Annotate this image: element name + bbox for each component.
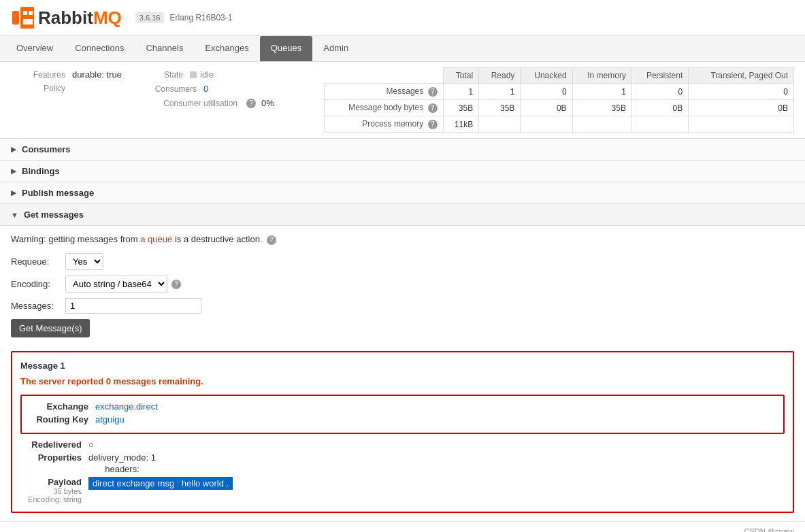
- properties-content: delivery_mode: 1 headers:: [88, 452, 156, 474]
- get-messages-section-title: Get messages: [24, 210, 84, 220]
- utilisation-row: Consumer utilisation ? 0%: [142, 96, 274, 110]
- requeue-row: Requeue: Yes No: [11, 253, 794, 270]
- col-transient: Transient, Paged Out: [689, 68, 794, 84]
- message-title: Message 1: [20, 361, 785, 371]
- messages-help-icon[interactable]: ?: [428, 87, 438, 97]
- logo-mq: MQ: [93, 7, 122, 28]
- warning-prefix: Warning: getting messages from: [11, 234, 140, 244]
- features-row: Features durable: true: [11, 67, 122, 82]
- get-messages-section-header[interactable]: ▼ Get messages: [0, 204, 805, 226]
- warning-text: Warning: getting messages from a queue i…: [11, 234, 794, 245]
- encoding-help-icon[interactable]: ?: [171, 280, 181, 289]
- payload-label-block: Payload 35 bytes Encoding: string: [20, 477, 82, 503]
- pmem-help-icon[interactable]: ?: [428, 120, 438, 129]
- rabbitmq-logo-icon: [11, 5, 35, 30]
- nav-overview[interactable]: Overview: [5, 36, 64, 61]
- msg-total: 1: [443, 84, 479, 100]
- payload-value: direct exchange msg : hello world .: [88, 477, 233, 490]
- publish-section-header[interactable]: ▶ Publish message: [0, 182, 805, 204]
- nav-channels[interactable]: Channels: [135, 36, 194, 61]
- bindings-section-header[interactable]: ▶ Bindings: [0, 161, 805, 182]
- remaining-text: The server reported 0 messages remaining…: [20, 376, 785, 386]
- features-policy: Features durable: true Policy: [11, 67, 122, 95]
- encoding-label: Encoding:: [11, 279, 65, 289]
- warning-help-icon[interactable]: ?: [267, 235, 276, 245]
- svg-rect-4: [23, 19, 33, 24]
- messages-row: Messages ? 1 1 0 1 0 0: [325, 84, 794, 100]
- svg-rect-0: [12, 11, 19, 24]
- svg-rect-2: [23, 11, 27, 15]
- body-persistent: 0B: [631, 100, 688, 116]
- consumers-arrow-icon: ▶: [11, 145, 16, 154]
- routing-key-row: Routing Key atguigu: [27, 414, 778, 425]
- utilisation-value: 0%: [261, 98, 274, 108]
- consumers-section-title: Consumers: [22, 144, 71, 154]
- message-body-row: Message body bytes ? 35B 35B 0B 35B 0B 0…: [325, 100, 794, 116]
- get-messages-button[interactable]: Get Message(s): [11, 319, 90, 337]
- encoding-select[interactable]: Auto string / base64: [65, 276, 167, 293]
- payload-size: 35 bytes: [20, 487, 82, 495]
- utilisation-label: Consumer utilisation: [142, 99, 237, 108]
- version-number: 3.6.16: [135, 12, 165, 23]
- policy-label: Policy: [11, 84, 65, 93]
- consumers-value[interactable]: 0: [203, 84, 208, 94]
- consumers-section-header[interactable]: ▶ Consumers: [0, 139, 805, 161]
- erlang-version: Erlang R16B03-1: [169, 13, 232, 22]
- col-persistent: Persistent: [631, 68, 688, 84]
- logo: RabbitMQ: [11, 5, 122, 30]
- process-memory-row: Process memory ? 11kB: [325, 116, 794, 133]
- bindings-arrow-icon: ▶: [11, 167, 16, 176]
- msg-transient: 0: [689, 84, 794, 100]
- watermark: CSDN @crysw: [744, 527, 795, 532]
- msg-in-memory: 1: [572, 84, 631, 100]
- col-in-memory: In memory: [572, 68, 631, 84]
- body-help-icon[interactable]: ?: [428, 103, 438, 113]
- queue-info-section: Features durable: true Policy State idle…: [0, 62, 805, 139]
- state-consumers-block: State idle Consumers 0 Consumer utilisat…: [142, 67, 274, 110]
- messages-count-input[interactable]: [65, 298, 201, 314]
- pmem-total: 11kB: [443, 116, 479, 133]
- col-total: Total: [443, 68, 479, 84]
- payload-row: Payload 35 bytes Encoding: string direct…: [20, 477, 785, 503]
- pmem-ready: [479, 116, 521, 133]
- col-ready: Ready: [479, 68, 521, 84]
- msg-ready: 1: [479, 84, 521, 100]
- logo-text: RabbitMQ: [38, 7, 122, 29]
- version-info: 3.6.16 Erlang R16B03-1: [135, 12, 233, 23]
- consumers-row: Consumers 0: [142, 82, 274, 96]
- redelivered-value: ○: [88, 439, 94, 450]
- payload-label: Payload: [20, 477, 82, 487]
- state-dot-icon: [190, 71, 197, 78]
- state-value: idle: [200, 69, 214, 80]
- headers-label: headers:: [105, 464, 139, 474]
- warning-suffix: is a destructive action.: [175, 234, 263, 244]
- routing-key-label: Routing Key: [27, 414, 88, 425]
- messages-count-row: Messages:: [11, 298, 794, 314]
- nav-connections[interactable]: Connections: [64, 36, 135, 61]
- body-in-memory: 35B: [572, 100, 631, 116]
- remaining-prefix: The server reported: [20, 376, 106, 386]
- properties-headers: headers:: [88, 464, 156, 474]
- requeue-select[interactable]: Yes No: [65, 253, 103, 270]
- features-value: durable: true: [72, 69, 122, 80]
- pmem-unacked: [521, 116, 572, 133]
- queue-details-left: Features durable: true Policy State idle…: [11, 67, 324, 110]
- state-row: State idle: [142, 67, 274, 82]
- nav-exchanges[interactable]: Exchanges: [194, 36, 259, 61]
- msg-persistent: 0: [631, 84, 688, 100]
- utilisation-help-icon[interactable]: ?: [246, 99, 256, 108]
- pmem-persistent: [631, 116, 688, 133]
- warning-queue-link[interactable]: a queue: [140, 234, 172, 244]
- nav-admin[interactable]: Admin: [312, 36, 359, 61]
- properties-delivery-mode: delivery_mode: 1: [88, 452, 156, 463]
- nav-queues[interactable]: Queues: [260, 36, 313, 61]
- get-messages-arrow-icon: ▼: [11, 211, 18, 219]
- features-label: Features: [11, 70, 65, 80]
- footer: CSDN @crysw: [0, 522, 805, 532]
- exchange-row: Exchange exchange.direct: [27, 401, 778, 412]
- encoding-row: Encoding: Auto string / base64 ?: [11, 276, 794, 293]
- redelivered-label: Redelivered: [20, 439, 82, 450]
- stats-section: Total Ready Unacked In memory Persistent…: [324, 67, 794, 133]
- pmem-in-memory: [572, 116, 631, 133]
- remaining-count: 0: [106, 376, 111, 386]
